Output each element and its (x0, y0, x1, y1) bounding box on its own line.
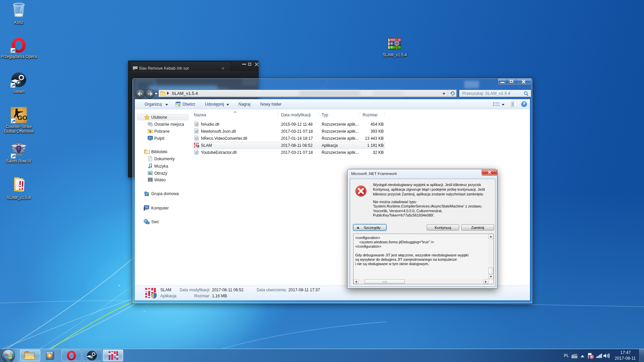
svg-text:GO: GO (17, 114, 27, 121)
